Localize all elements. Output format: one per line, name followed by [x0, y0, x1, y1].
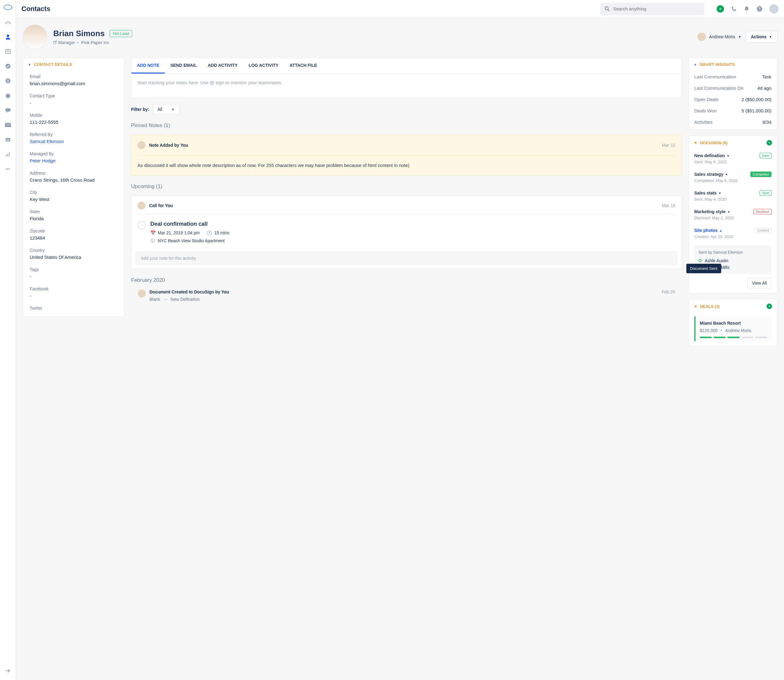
contact-avatar	[23, 25, 47, 49]
products-icon[interactable]	[5, 93, 11, 99]
location-icon: ⓘ	[150, 238, 155, 243]
caret-down-icon[interactable]: ▼	[694, 63, 697, 66]
svg-point-6	[6, 64, 10, 69]
filter-row: Filter by: All▼	[131, 104, 682, 115]
february-heading: February 2020	[131, 277, 682, 283]
deal-progress	[700, 337, 767, 338]
activity-tabs-panel: ADD NOTE SEND EMAIL ADD ACTIVITY LOG ACT…	[131, 58, 682, 98]
svg-text:?: ?	[758, 7, 760, 11]
docusign-item-expanded[interactable]: Site photos ▴	[694, 228, 721, 233]
add-activity-note-input[interactable]: Add your note for this activity	[136, 252, 677, 264]
chevron-down-icon: ▾	[727, 154, 729, 157]
upcoming-heading: Upcoming (1)	[131, 184, 682, 190]
contact-company: Pink Paper Inc	[81, 40, 109, 45]
complete-checkbox[interactable]: ✓	[138, 221, 146, 230]
deals-icon[interactable]: $	[5, 78, 11, 84]
app-logo	[3, 4, 13, 10]
status-badge: Created	[754, 228, 771, 233]
tab-attach-file[interactable]: ATTACH FILE	[284, 58, 322, 74]
svg-point-0	[4, 5, 12, 10]
phone-icon[interactable]	[731, 6, 737, 12]
caret-down-icon[interactable]: ▼	[694, 304, 698, 309]
sidebar-nav: $ •••	[0, 0, 16, 680]
svg-rect-10	[5, 123, 11, 127]
more-icon[interactable]: •••	[5, 166, 11, 172]
tab-log-activity[interactable]: LOG ACTIVITY	[243, 58, 284, 74]
upcoming-activity: Call for You Mar 15 ✓ Deal confirmation …	[131, 196, 682, 269]
status-badge: Sent	[759, 190, 771, 196]
svg-point-2	[7, 35, 9, 37]
owner-select[interactable]: Andrew Moris ▼	[697, 33, 742, 41]
calendar-icon: 📅	[150, 230, 155, 235]
svg-point-9	[5, 108, 11, 112]
contact-role: IT Manager	[53, 40, 75, 45]
activity-title: Deal confirmation call	[150, 221, 229, 227]
docusign-item[interactable]: Sales stats ▾	[694, 190, 721, 195]
user-avatar[interactable]	[769, 4, 778, 14]
contact-details-panel: ▼CONTACT DETAILS Emailbrian.simmons@gmai…	[23, 58, 124, 317]
email-icon[interactable]	[5, 122, 11, 128]
add-docusign-button[interactable]: +	[767, 140, 772, 145]
contacts-icon[interactable]	[5, 34, 11, 40]
bell-icon[interactable]	[743, 6, 750, 12]
note-input[interactable]: Start tracking your notes here. Use @ si…	[131, 74, 682, 98]
page-title: Contacts	[22, 5, 50, 13]
owner-name: Andrew Moris	[709, 34, 735, 39]
dashboard-icon[interactable]	[5, 19, 11, 25]
timeline-item: Document Created to DocuSign by YouFeb 2…	[131, 290, 682, 302]
pinned-note: Note Added by You Mar 15 As discussed it…	[131, 135, 682, 176]
search-icon	[605, 6, 610, 12]
search-box[interactable]	[600, 3, 704, 15]
lead-badge: Hot Lead	[110, 30, 133, 37]
mobile-value[interactable]: 111-222-5555	[30, 120, 117, 125]
panel-title: CONTACT DETAILS	[34, 62, 72, 67]
deals-panel: ▼DEALS (3) + Miami Beach Resort $120,000…	[688, 299, 777, 346]
actions-button[interactable]: Actions ▼	[746, 31, 777, 42]
companies-icon[interactable]	[5, 49, 11, 55]
svg-point-14	[605, 7, 608, 10]
chevron-down-icon: ▼	[738, 35, 742, 39]
filter-select[interactable]: All▼	[153, 104, 179, 115]
timeline-avatar	[138, 290, 146, 298]
svg-text:$: $	[7, 79, 9, 83]
note-body: As discussed it will show whole note des…	[138, 155, 675, 169]
help-icon[interactable]: ?	[756, 6, 762, 12]
docusign-panel: ▼DOCUSIGN (6) + New defination ▾SentSent…	[688, 135, 777, 293]
tasks-icon[interactable]	[5, 63, 11, 69]
add-deal-button[interactable]: +	[767, 304, 772, 309]
docusign-item[interactable]: Sales strategy ▾	[694, 172, 727, 177]
caret-down-icon[interactable]: ▼	[694, 141, 698, 145]
note-date: Mar 15	[662, 143, 675, 148]
email-value[interactable]: brian.simmons@gmail.com	[30, 81, 117, 86]
reports-icon[interactable]	[5, 151, 11, 157]
deal-card[interactable]: Miami Beach Resort $120,000Andrew Moris	[694, 316, 771, 341]
status-badge: Completed	[750, 172, 771, 177]
docusign-item[interactable]: New defination ▾	[694, 153, 729, 158]
docusign-recipients: Sent by Samual Elkinson Ashle Austin Doc…	[694, 246, 771, 274]
chevron-down-icon: ▼	[769, 35, 772, 39]
svg-point-1	[7, 23, 8, 24]
clock-icon: 🕐	[207, 230, 212, 235]
chevron-down-icon: ▼	[171, 108, 174, 111]
inbox-icon[interactable]	[5, 137, 11, 143]
tab-send-email[interactable]: SEND EMAIL	[165, 58, 202, 74]
chevron-up-icon: ▴	[720, 229, 721, 232]
chat-icon[interactable]	[5, 107, 11, 113]
search-input[interactable]	[613, 6, 700, 11]
svg-line-15	[608, 9, 610, 11]
status-badge: Declined	[753, 209, 771, 214]
tab-add-note[interactable]: ADD NOTE	[131, 58, 165, 74]
referred-link[interactable]: Samual Elkinson	[30, 139, 117, 144]
tooltip: Document Sent	[686, 264, 721, 273]
caret-down-icon[interactable]: ▼	[28, 63, 31, 66]
expand-sidebar-icon[interactable]	[5, 668, 11, 674]
docusign-item[interactable]: Marketing style ▾	[694, 209, 729, 214]
contact-name: Brian Simons	[53, 29, 105, 38]
smart-insights-panel: ▼SMART INSIGHTS Last CommunicationTask L…	[688, 58, 777, 130]
tab-add-activity[interactable]: ADD ACTIVITY	[202, 58, 243, 74]
managed-link[interactable]: Peter Hodge	[30, 158, 117, 163]
add-button[interactable]: +	[716, 5, 724, 13]
status-badge: Sent	[759, 153, 771, 158]
view-all-button[interactable]: View All	[747, 278, 771, 288]
topbar: Contacts + ?	[16, 0, 784, 18]
